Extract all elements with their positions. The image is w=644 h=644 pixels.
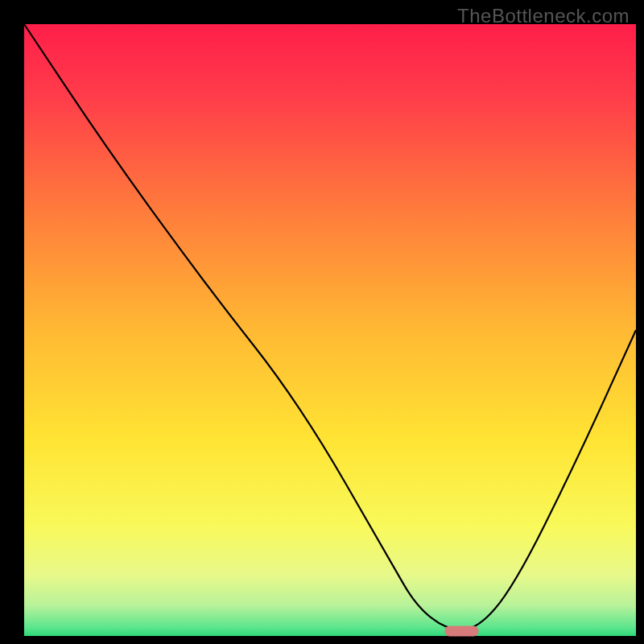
chart-frame: TheBottleneck.com [0,0,644,644]
watermark-text: TheBottleneck.com [457,5,630,27]
bottleneck-chart [0,0,644,644]
optimal-marker [444,625,478,636]
plot-background [24,24,636,636]
